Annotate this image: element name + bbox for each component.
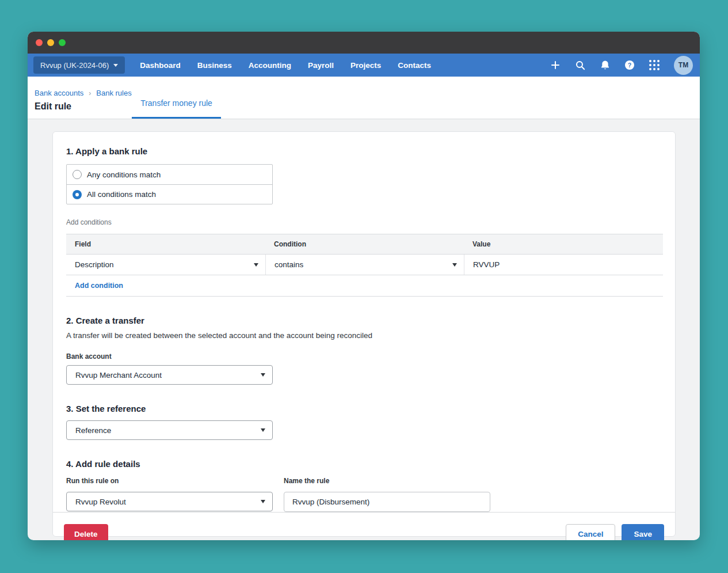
nav-item-dashboard[interactable]: Dashboard [140,61,181,70]
radio-unselected-icon [73,170,82,179]
radio-selected-icon [73,190,82,199]
condition-value-text: RVVUP [473,260,500,269]
rule-details-fields: Rvvup Revolut [66,492,662,512]
chevron-down-icon [452,263,457,267]
add-new-icon[interactable] [550,60,561,70]
fullscreen-window-button[interactable] [59,39,66,46]
user-avatar[interactable]: TM [674,56,693,75]
conditions-table: Field Condition Value Description contai… [66,234,663,297]
minimize-window-button[interactable] [47,39,54,46]
condition-select[interactable]: contains [265,255,464,275]
column-header-condition: Condition [265,240,464,248]
chevron-down-icon [254,263,258,267]
form-footer: Delete Cancel Save [53,512,675,540]
radio-all-conditions[interactable]: All conditions match [67,184,272,204]
chevron-down-icon [113,64,118,67]
section-set-reference-heading: 3. Set the reference [66,404,662,413]
conditions-match-radio-group: Any conditions match All conditions matc… [66,164,273,204]
nav-item-contacts[interactable]: Contacts [398,61,431,70]
condition-value-input[interactable]: RVVUP [464,255,663,275]
run-rule-on-select[interactable]: Rvvup Revolut [66,492,273,511]
chevron-down-icon [261,500,265,503]
add-condition-row: Add condition [66,275,663,297]
help-icon[interactable]: ? [624,60,635,70]
app-window: Rvvup (UK-2024-06) Dashboard Business Ac… [28,32,700,540]
bank-account-select[interactable]: Rvvup Merchant Account [66,365,273,385]
column-header-value: Value [464,240,663,248]
create-transfer-description: A transfer will be created between the s… [66,331,662,340]
bank-account-label: Bank account [66,352,662,361]
org-picker[interactable]: Rvvup (UK-2024-06) [33,56,125,74]
field-select[interactable]: Description [66,255,265,275]
nav-item-projects[interactable]: Projects [350,61,381,70]
reference-select[interactable]: Reference [66,420,273,440]
reference-select-value: Reference [75,426,111,435]
page-body: 1. Apply a bank rule Any conditions matc… [28,119,700,540]
org-name: Rvvup (UK-2024-06) [40,61,109,70]
apps-grid-icon[interactable] [649,60,660,70]
radio-all-conditions-label: All conditions match [87,190,156,199]
page-header: Bank accounts › Bank rules Edit rule Tra… [28,77,700,119]
radio-any-conditions-label: Any conditions match [87,170,161,179]
condition-select-value: contains [275,260,303,269]
edit-rule-card: 1. Apply a bank rule Any conditions matc… [52,131,676,537]
top-navbar: Rvvup (UK-2024-06) Dashboard Business Ac… [28,54,700,77]
section-apply-rule-heading: 1. Apply a bank rule [66,146,662,156]
run-rule-on-label: Run this rule on [66,477,273,485]
nav-item-payroll[interactable]: Payroll [308,61,334,70]
rule-name-input[interactable] [284,492,490,512]
nav-item-accounting[interactable]: Accounting [249,61,291,70]
breadcrumb-bank-rules[interactable]: Bank rules [96,89,131,97]
tab-transfer-money-rule[interactable]: Transfer money rule [132,89,221,119]
notifications-bell-icon[interactable] [600,60,610,70]
nav-item-business[interactable]: Business [197,61,232,70]
breadcrumb-separator-icon: › [89,89,91,97]
section-rule-details-heading: 4. Add rule details [66,459,662,469]
window-titlebar [28,32,700,54]
delete-button[interactable]: Delete [64,524,108,540]
cancel-button[interactable]: Cancel [566,524,615,540]
condition-row: Description contains RVVUP [66,255,663,275]
primary-nav: Dashboard Business Accounting Payroll Pr… [140,61,431,70]
search-icon[interactable] [575,60,585,70]
rule-details-labels: Run this rule on Name the rule [66,477,662,485]
chevron-down-icon [261,373,265,377]
svg-text:?: ? [628,62,631,69]
edit-rule-form: 1. Apply a bank rule Any conditions matc… [53,132,675,512]
save-button[interactable]: Save [622,524,664,540]
conditions-table-header: Field Condition Value [66,234,663,255]
chevron-down-icon [261,428,265,432]
navbar-actions: ? TM [550,56,693,75]
radio-any-conditions[interactable]: Any conditions match [67,165,272,184]
add-condition-button[interactable]: Add condition [75,282,123,290]
add-conditions-label: Add conditions [66,218,662,226]
section-create-transfer-heading: 2. Create a transfer [66,316,662,325]
close-window-button[interactable] [36,39,43,46]
name-the-rule-label: Name the rule [284,477,329,485]
breadcrumb-bank-accounts[interactable]: Bank accounts [35,89,83,97]
bank-account-select-value: Rvvup Merchant Account [75,371,162,380]
run-rule-on-select-value: Rvvup Revolut [75,498,126,506]
column-header-field: Field [66,240,265,248]
field-select-value: Description [75,260,114,269]
